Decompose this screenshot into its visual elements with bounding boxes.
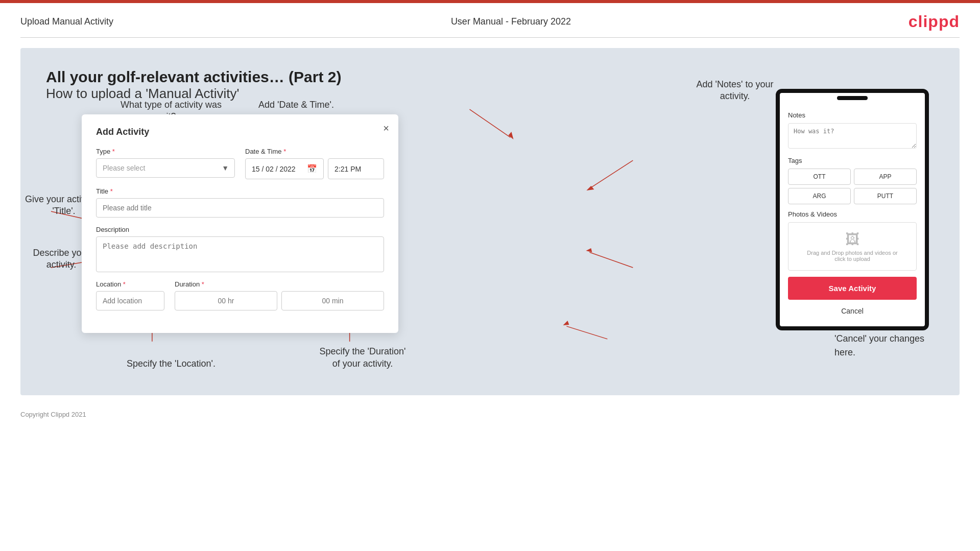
copyright-text: Copyright Clippd 2021	[20, 411, 86, 418]
duration-inputs	[175, 291, 384, 310]
svg-line-19	[589, 252, 633, 268]
header-divider	[20, 37, 960, 38]
form-row-location-duration: Location * Duration *	[96, 280, 384, 310]
svg-marker-16	[508, 132, 513, 139]
time-input[interactable]	[328, 158, 384, 179]
header-left: Upload Manual Activity	[20, 16, 113, 27]
notes-label: Notes	[788, 111, 917, 119]
form-group-date: Date & Time * 15 / 02 / 2022 📅	[245, 148, 384, 179]
required-asterisk-title: *	[108, 187, 113, 195]
svg-line-21	[566, 326, 607, 339]
required-asterisk: *	[110, 148, 115, 155]
form-group-location: Location *	[96, 280, 164, 310]
svg-marker-22	[563, 321, 569, 325]
add-activity-dialog: Add Activity × Type * Please select ▼	[82, 114, 398, 333]
form-group-type: Type * Please select ▼	[96, 148, 235, 179]
main-content: All your golf-relevant activities… (Part…	[20, 48, 960, 395]
phone-panel: Notes Tags OTT APP ARG PUTT Photos & Vid…	[776, 89, 929, 330]
duration-min-input[interactable]	[281, 291, 384, 310]
svg-marker-20	[586, 248, 592, 252]
save-activity-button[interactable]: Save Activity	[788, 277, 917, 300]
photos-label: Photos & Videos	[788, 210, 917, 218]
calendar-icon: 📅	[307, 164, 317, 174]
required-asterisk-date: *	[282, 148, 286, 155]
dialog-title: Add Activity	[96, 127, 384, 137]
tag-app[interactable]: APP	[854, 169, 917, 185]
required-asterisk-dur: *	[200, 280, 204, 288]
location-input[interactable]	[96, 291, 164, 310]
phone-content: Notes Tags OTT APP ARG PUTT Photos & Vid…	[780, 103, 925, 326]
date-input-wrapper[interactable]: 15 / 02 / 2022 📅	[245, 158, 324, 179]
tags-label: Tags	[788, 157, 917, 164]
tags-grid: OTT APP ARG PUTT	[788, 169, 917, 204]
title-field-label: Title *	[96, 187, 384, 195]
form-row-type-date: Type * Please select ▼ Date & Time *	[96, 148, 384, 179]
date-label: Date & Time *	[245, 148, 384, 155]
form-group-duration: Duration *	[175, 280, 384, 310]
svg-line-17	[589, 160, 633, 188]
type-select-wrapper: Please select ▼	[96, 158, 235, 178]
brand-logo: clippd	[909, 12, 960, 31]
photo-icon: 🖼	[797, 231, 908, 248]
duration-label: Duration *	[175, 280, 384, 288]
location-label: Location *	[96, 280, 164, 288]
description-label: Description	[96, 226, 384, 233]
svg-marker-18	[586, 186, 594, 190]
svg-line-15	[470, 109, 511, 137]
dialog-box: Add Activity × Type * Please select ▼	[82, 114, 398, 333]
header: Upload Manual Activity User Manual - Feb…	[0, 3, 980, 37]
annotation-location: Specify the 'Location'.	[120, 358, 222, 370]
footer: Copyright Clippd 2021	[0, 405, 980, 423]
page-title: All your golf-relevant activities… (Part…	[46, 68, 934, 86]
annotation-duration: Specify the 'Duration' of your activity.	[306, 346, 419, 370]
annotation-notes: Add 'Notes' to your activity.	[684, 79, 786, 103]
type-label: Type *	[96, 148, 235, 155]
description-textarea[interactable]	[96, 236, 384, 272]
type-select[interactable]: Please select	[96, 158, 235, 178]
tag-putt[interactable]: PUTT	[854, 188, 917, 204]
annotation-date-time: Add 'Date & Time'.	[245, 99, 347, 111]
photo-drop-text: Drag and Drop photos and videos or click…	[797, 250, 908, 262]
form-group-title: Title *	[96, 187, 384, 218]
tag-arg[interactable]: ARG	[788, 188, 851, 204]
date-value: 15 / 02 / 2022	[252, 165, 305, 173]
notes-textarea[interactable]	[788, 123, 917, 149]
tag-ott[interactable]: OTT	[788, 169, 851, 185]
title-input[interactable]	[96, 198, 384, 218]
phone-mockup: Notes Tags OTT APP ARG PUTT Photos & Vid…	[776, 89, 929, 330]
required-asterisk-loc: *	[121, 280, 126, 288]
photo-drop-area[interactable]: 🖼 Drag and Drop photos and videos or cli…	[788, 222, 917, 271]
cancel-button[interactable]: Cancel	[788, 304, 917, 318]
form-group-description: Description	[96, 226, 384, 272]
duration-hr-input[interactable]	[175, 291, 277, 310]
header-center: User Manual - February 2022	[451, 16, 571, 27]
close-button[interactable]: ×	[383, 123, 389, 134]
